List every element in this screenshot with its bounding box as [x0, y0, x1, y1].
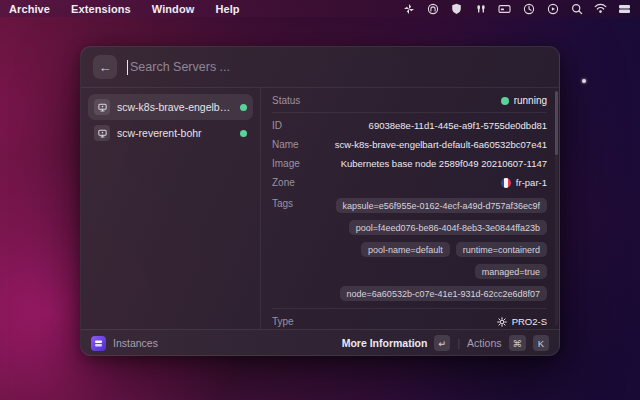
status-dot	[240, 104, 247, 111]
menu-bar-menus: Archive Extensions Window Help	[9, 3, 240, 15]
status-dot	[240, 130, 247, 137]
menu-help[interactable]: Help	[215, 3, 239, 15]
france-flag-icon	[501, 178, 511, 188]
card-icon[interactable]	[498, 2, 511, 15]
detail-row-type: Type PRO2-S	[272, 312, 547, 329]
k-key-badge: K	[533, 335, 549, 351]
menu-extensions[interactable]: Extensions	[71, 3, 131, 15]
search-bar: ←	[81, 47, 559, 88]
server-name: scw-reverent-bohr	[117, 127, 233, 139]
row-label: Status	[272, 95, 300, 106]
actions-button[interactable]: Actions	[467, 337, 501, 349]
server-icon	[94, 125, 110, 141]
row-label: Zone	[272, 177, 295, 188]
list-item[interactable]: scw-reverent-bohr	[88, 120, 253, 146]
menu-window[interactable]: Window	[152, 3, 195, 15]
search-icon[interactable]	[570, 2, 583, 15]
detail-panel: Status running ID 69038e8e-11d1-445e-a9f…	[261, 88, 559, 329]
scrollbar-thumb[interactable]	[555, 91, 558, 155]
cpu-gear-icon	[497, 317, 507, 327]
back-button[interactable]: ←	[93, 55, 117, 79]
more-information-button[interactable]: More Information	[342, 337, 428, 349]
text-caret	[127, 60, 128, 75]
pinwheel-icon[interactable]	[402, 2, 415, 15]
instances-app-icon	[91, 336, 106, 351]
row-value: 69038e8e-11d1-445e-a9f1-5755de0dbd81	[369, 120, 547, 131]
tag-pill: pool=f4eed076-be86-404f-8eb3-3e0844ffa23…	[349, 220, 547, 235]
row-label: Name	[272, 139, 299, 150]
detail-row-zone: Zone fr-par-1	[272, 173, 547, 192]
tags-container: kapsule=e56f955e-0162-4ecf-a49d-d757af36…	[315, 198, 547, 301]
detail-row-id: ID 69038e8e-11d1-445e-a9f1-5755de0dbd81	[272, 116, 547, 135]
tag-pill: kapsule=e56f955e-0162-4ecf-a49d-d757af36…	[336, 198, 547, 213]
menu-bar-status-icons	[402, 2, 631, 15]
cmd-key-badge: ⌘	[509, 335, 527, 351]
detail-row-image: Image Kubernetes base node 2589f049 2021…	[272, 154, 547, 173]
cursor-dot	[582, 79, 586, 83]
wifi-icon[interactable]	[594, 2, 607, 15]
play-circle-icon[interactable]	[546, 2, 559, 15]
row-label: ID	[272, 120, 282, 131]
tag-pill: runtime=containerd	[456, 242, 547, 257]
row-value: running	[514, 95, 547, 106]
airpods-icon[interactable]	[474, 2, 487, 15]
server-stack-icon[interactable]	[618, 2, 631, 15]
desktop: Archive Extensions Window Help	[0, 0, 640, 400]
clock-icon[interactable]	[522, 2, 535, 15]
menu-bar: Archive Extensions Window Help	[0, 0, 640, 17]
search-input[interactable]	[130, 60, 547, 74]
shield-icon[interactable]	[450, 2, 463, 15]
window-footer: Instances More Information ↵ | Actions ⌘…	[81, 329, 559, 356]
row-value: fr-par-1	[516, 177, 547, 188]
row-value: Kubernetes base node 2589f049 20210607-1…	[341, 158, 547, 169]
detail-row-tags: Tags kapsule=e56f955e-0162-4ecf-a49d-d75…	[272, 198, 547, 301]
menu-archive[interactable]: Archive	[9, 3, 50, 15]
row-label: Image	[272, 158, 300, 169]
server-name: scw-k8s-brave-engelbart-de…	[117, 101, 233, 113]
server-icon	[94, 99, 110, 115]
tag-pill: pool-name=default	[361, 242, 450, 257]
window-body: scw-k8s-brave-engelbart-de… scw-reverent…	[81, 88, 559, 329]
detail-scrollbar[interactable]	[555, 91, 558, 326]
footer-separator: |	[457, 338, 460, 349]
footer-app-label: Instances	[113, 337, 158, 349]
tag-pill: node=6a60532b-c07e-41e1-931d-62cc2e6d8f0…	[340, 286, 547, 301]
divider	[272, 112, 547, 113]
detail-row-name: Name scw-k8s-brave-engelbart-default-6a6…	[272, 135, 547, 154]
recording-icon[interactable]	[426, 2, 439, 15]
enter-key-badge: ↵	[434, 335, 450, 351]
row-label: Type	[272, 316, 294, 327]
detail-row-status: Status running	[272, 91, 547, 110]
server-list: scw-k8s-brave-engelbart-de… scw-reverent…	[81, 88, 261, 329]
row-value: scw-k8s-brave-engelbart-default-6a60532b…	[335, 139, 547, 150]
raycast-window: ← scw-k8s-brave-engelbart-de…	[80, 46, 560, 356]
row-label: Tags	[272, 198, 293, 209]
divider	[272, 308, 547, 309]
tag-pill: managed=true	[475, 264, 547, 279]
list-item[interactable]: scw-k8s-brave-engelbart-de…	[88, 94, 253, 120]
running-status-dot	[501, 97, 509, 105]
row-value: PRO2-S	[512, 316, 547, 327]
